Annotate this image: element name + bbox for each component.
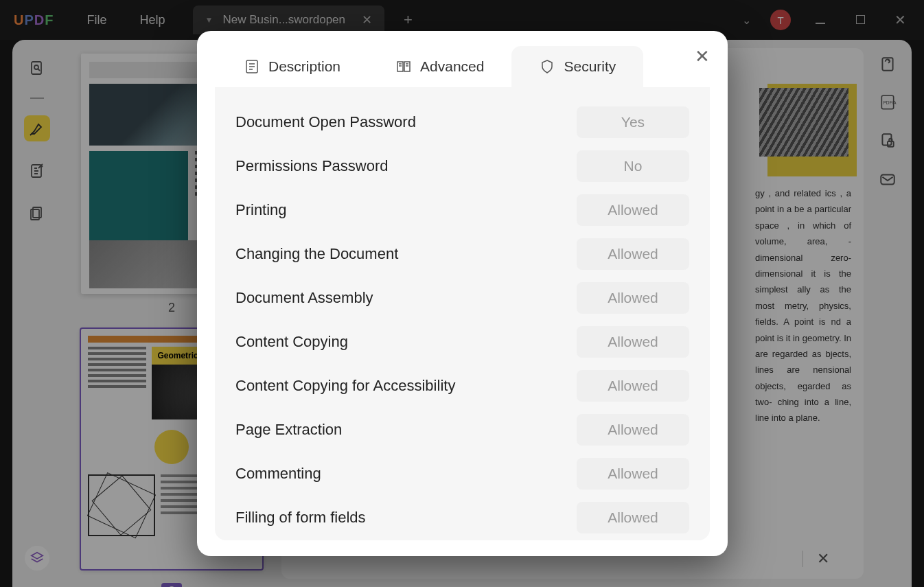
security-row: Page ExtractionAllowed [235,414,689,446]
security-value: Allowed [577,238,689,270]
security-value: Allowed [577,370,689,402]
tab-description[interactable]: Description [216,46,368,87]
security-label: Document Assembly [235,289,373,307]
security-value: Allowed [577,194,689,226]
tab-advanced-label: Advanced [420,58,484,75]
properties-modal: Description Advanced Security ✕ Document… [197,31,728,556]
security-label: Content Copying [235,333,348,351]
security-label: Changing the Document [235,245,398,263]
security-value: Allowed [577,502,689,533]
security-label: Permissions Password [235,157,389,175]
security-value: Allowed [577,414,689,446]
tab-security[interactable]: Security [511,46,643,87]
security-label: Page Extraction [235,421,342,439]
security-panel: Document Open PasswordYes Permissions Pa… [215,87,710,540]
security-row: Document AssemblyAllowed [235,282,689,314]
tab-description-label: Description [268,58,340,75]
security-row: Content CopyingAllowed [235,326,689,358]
security-label: Filling of form fields [235,509,366,527]
security-value: Allowed [577,326,689,358]
security-row: Content Copying for AccessibilityAllowed [235,370,689,402]
modal-close-button[interactable]: ✕ [695,46,710,67]
security-row: Document Open PasswordYes [235,106,689,138]
tab-security-label: Security [564,58,616,75]
security-row: PrintingAllowed [235,194,689,226]
security-label: Commenting [235,465,321,483]
security-value: Allowed [577,458,689,490]
security-value: No [577,150,689,182]
security-row: CommentingAllowed [235,458,689,490]
security-label: Printing [235,201,287,219]
security-row: Filling of form fieldsAllowed [235,502,689,533]
security-value: Yes [577,106,689,138]
security-row: Permissions PasswordNo [235,150,689,182]
security-label: Content Copying for Accessibility [235,377,455,395]
tab-advanced[interactable]: Advanced [368,46,511,87]
security-value: Allowed [577,282,689,314]
security-label: Document Open Password [235,113,416,131]
security-row: Changing the DocumentAllowed [235,238,689,270]
